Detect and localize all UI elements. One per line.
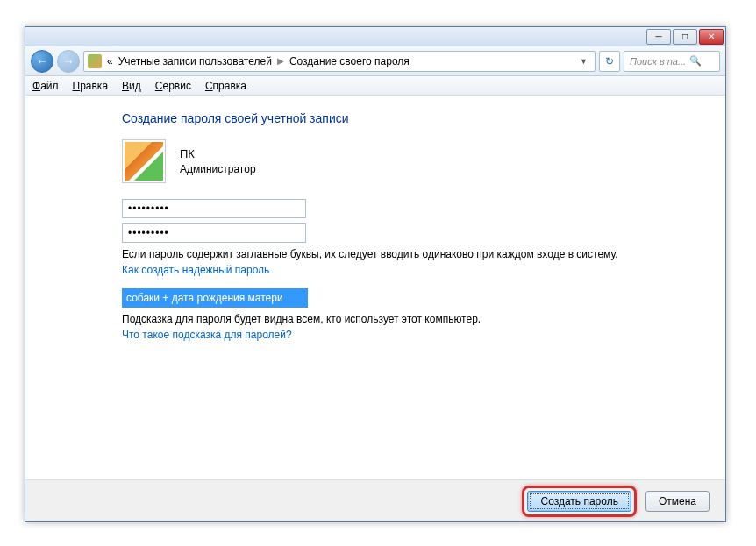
chevron-down-icon[interactable]: ▼ (576, 57, 591, 66)
minimize-button[interactable]: ─ (646, 29, 671, 45)
content: Создание пароля своей учетной записи ПК … (25, 96, 725, 479)
password-hint-input[interactable] (122, 288, 308, 308)
user-info: ПК Администратор (180, 146, 256, 177)
user-role: Администратор (180, 162, 256, 177)
avatar-image (125, 142, 163, 181)
user-name: ПК (180, 146, 256, 162)
back-button[interactable]: ← (31, 50, 53, 73)
password-input[interactable] (122, 199, 306, 218)
navbar: ← → « Учетные записи пользователей ▶ Соз… (25, 46, 725, 76)
refresh-button[interactable]: ↻ (599, 51, 620, 72)
menu-file[interactable]: Файл (32, 80, 59, 92)
breadcrumb-item-2[interactable]: Создание своего пароля (289, 55, 410, 67)
caps-hint-text: Если пароль содержит заглавные буквы, их… (122, 248, 725, 260)
window: ─ □ ✕ ← → « Учетные записи пользователей… (25, 26, 726, 522)
menu-service[interactable]: Сервис (155, 80, 191, 92)
control-panel-icon (88, 54, 102, 68)
menu-edit[interactable]: Правка (73, 80, 109, 92)
cancel-button[interactable]: Отмена (645, 491, 710, 512)
menu-view[interactable]: Вид (122, 80, 141, 92)
menu-help[interactable]: Справка (205, 80, 246, 92)
menubar: Файл Правка Вид Сервис Справка (25, 76, 725, 96)
avatar (122, 139, 166, 183)
footer: Создать пароль Отмена (25, 479, 725, 521)
maximize-button[interactable]: □ (673, 29, 697, 45)
create-button-highlight: Создать пароль (522, 486, 636, 517)
breadcrumb-prefix: « (107, 55, 113, 67)
hint-visible-text: Подсказка для пароля будет видна всем, к… (122, 313, 725, 325)
page-title: Создание пароля своей учетной записи (122, 111, 725, 125)
breadcrumb[interactable]: « Учетные записи пользователей ▶ Создани… (83, 51, 596, 72)
forward-button[interactable]: → (57, 50, 80, 73)
titlebar-buttons: ─ □ ✕ (646, 29, 724, 45)
hint-help-link[interactable]: Что такое подсказка для паролей? (122, 329, 292, 341)
search-icon: 🔍 (689, 55, 702, 67)
search-input[interactable]: Поиск в па... 🔍 (624, 51, 720, 72)
chevron-right-icon: ▶ (277, 56, 284, 66)
user-row: ПК Администратор (122, 139, 725, 183)
password-confirm-input[interactable] (122, 223, 306, 243)
create-password-button[interactable]: Создать пароль (527, 491, 631, 512)
search-placeholder: Поиск в па... (630, 56, 686, 67)
titlebar: ─ □ ✕ (25, 27, 725, 46)
strong-password-link[interactable]: Как создать надежный пароль (122, 264, 269, 276)
close-button[interactable]: ✕ (699, 29, 724, 45)
breadcrumb-item-1[interactable]: Учетные записи пользователей (118, 55, 272, 67)
